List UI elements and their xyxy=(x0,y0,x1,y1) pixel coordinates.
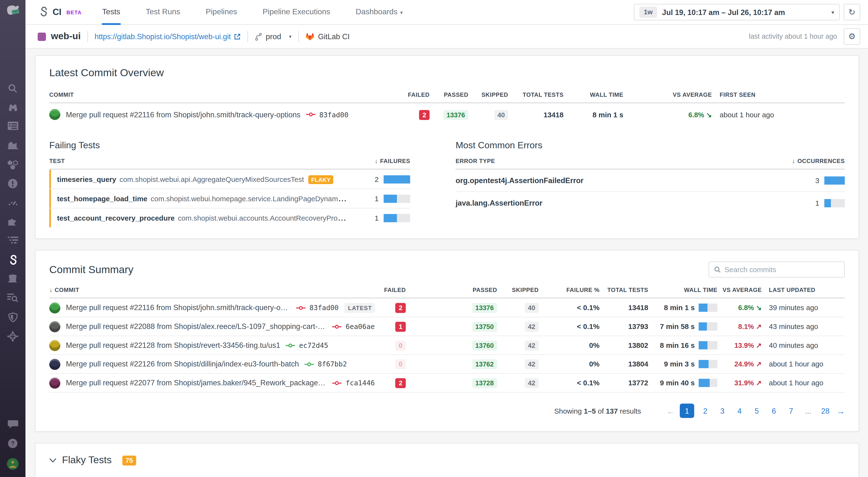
repo-url-link[interactable]: https://gitlab.Shopist.io/Shopist/web-ui… xyxy=(94,32,241,41)
failing-test-row[interactable]: timeseries_querycom.shopist.webui.api.Ag… xyxy=(49,170,410,189)
page-button[interactable]: 1 xyxy=(680,404,694,418)
integrations-puzzle-icon[interactable] xyxy=(0,217,25,226)
error-type[interactable]: org.opentest4j.AssertionFailedError xyxy=(456,176,767,184)
metrics-icon[interactable] xyxy=(0,140,25,149)
help-icon[interactable]: ? xyxy=(0,439,25,448)
col-last-updated[interactable]: LAST UPDATED xyxy=(762,286,845,293)
network-icon[interactable] xyxy=(0,331,25,342)
tab-test-runs[interactable]: Test Runs xyxy=(145,0,181,25)
latest-commit-row[interactable]: Merge pull request #22116 from Shopist/j… xyxy=(49,103,845,127)
log-explorer-icon[interactable] xyxy=(0,293,25,302)
commit-hash[interactable]: 83fad00 xyxy=(319,110,348,118)
col-commit[interactable]: ↓COMMIT xyxy=(49,286,375,293)
time-preset-chip[interactable]: 1w xyxy=(640,6,657,18)
tab-tests[interactable]: Tests xyxy=(102,0,121,25)
gitlab-icon xyxy=(305,32,314,41)
commit-row[interactable]: Merge pull request #22128 from Shopist/r… xyxy=(49,336,845,355)
monitors-alert-icon[interactable] xyxy=(0,178,25,189)
commit-message[interactable]: Merge pull request #22126 from Shopist/d… xyxy=(66,360,299,368)
page-button[interactable]: 2 xyxy=(699,404,711,417)
error-row[interactable]: java.lang.AssertionError 1 xyxy=(456,192,845,214)
occurrences-count: 1 xyxy=(815,199,819,207)
commit-message[interactable]: Merge pull request #22116 from Shopist/j… xyxy=(66,110,300,118)
page-button[interactable]: 7 xyxy=(785,404,797,417)
col-failed[interactable]: FAILED xyxy=(375,286,406,293)
notebooks-icon[interactable] xyxy=(0,274,25,283)
commit-row[interactable]: Merge pull request #22088 from Shopist/a… xyxy=(49,317,845,336)
skipped-badge: 42 xyxy=(525,322,538,332)
page-button[interactable]: 4 xyxy=(734,404,746,417)
logs-filter-icon[interactable] xyxy=(0,236,25,244)
col-test: TEST xyxy=(49,158,348,164)
refresh-button[interactable]: ↻ xyxy=(843,4,860,21)
page-button[interactable]: 5 xyxy=(750,404,763,417)
failing-test-row[interactable]: test_homepage_load_timecom.shopist.webui… xyxy=(49,189,410,208)
last-updated-value: 43 minutes ago xyxy=(762,322,845,331)
test-name[interactable]: test_account_recovery_procedure xyxy=(57,214,175,222)
page-button[interactable]: 28 xyxy=(819,404,831,417)
commit-hash[interactable]: 83fad00 xyxy=(310,304,339,312)
commit-row[interactable]: Merge pull request #22077 from Shopist/j… xyxy=(49,374,845,393)
failed-badge: 2 xyxy=(396,378,406,388)
test-suite: com.shopist.webui.homepage.service.Landi… xyxy=(151,195,344,203)
commit-row[interactable]: Merge pull request #22116 from Shopist/j… xyxy=(49,299,845,317)
page-button[interactable]: 6 xyxy=(768,404,780,417)
search-icon[interactable] xyxy=(0,83,25,93)
prev-page-button[interactable]: ← xyxy=(666,406,675,415)
test-name[interactable]: timeseries_query xyxy=(57,175,116,183)
flaky-tests-toggle[interactable]: Flaky Tests 75 xyxy=(49,454,845,466)
synthetics-gauge-icon[interactable] xyxy=(0,198,25,206)
dashboards-icon[interactable] xyxy=(0,122,25,130)
tab-dashboards[interactable]: Dashboards▾ xyxy=(355,0,403,25)
svg-text:?: ? xyxy=(11,440,14,447)
col-passed[interactable]: PASSED xyxy=(406,286,497,293)
commit-hash[interactable]: 6ea06ae xyxy=(346,322,375,331)
page-button[interactable]: 3 xyxy=(716,404,728,417)
test-name[interactable]: test_homepage_load_time xyxy=(57,195,147,203)
flaky-badge: FLAKY xyxy=(308,175,333,184)
settings-button[interactable]: ⚙ xyxy=(843,28,860,45)
last-updated-value: about 1 hour ago xyxy=(762,360,845,368)
time-range-picker[interactable]: 1w Jul 19, 10:17 am – Jul 26, 10:17 am ▾ xyxy=(634,4,840,21)
commit-message[interactable]: Merge pull request #22077 from Shopist/j… xyxy=(66,379,327,387)
security-shield-icon[interactable] xyxy=(0,312,25,322)
tab-pipelines[interactable]: Pipelines xyxy=(205,0,238,25)
col-wall-time[interactable]: WALL TIME xyxy=(648,286,718,293)
col-vs-average[interactable]: VS AVERAGE xyxy=(717,286,762,293)
ci-icon[interactable] xyxy=(0,255,25,266)
error-type[interactable]: java.lang.AssertionError xyxy=(456,199,767,207)
commit-message[interactable]: Merge pull request #22128 from Shopist/r… xyxy=(66,341,280,349)
failing-test-row[interactable]: test_account_recovery_procedurecom.shopi… xyxy=(49,208,410,227)
watchdog-icon[interactable] xyxy=(0,102,25,112)
col-failure-pct[interactable]: FAILURE % xyxy=(538,286,599,293)
time-range-label: Jul 19, 10:17 am – Jul 26, 10:17 am xyxy=(662,8,785,16)
passed-badge: 13750 xyxy=(472,322,497,332)
branch-selector[interactable]: prod ▾ xyxy=(254,32,291,41)
last-updated-value: 39 minutes ago xyxy=(762,304,845,312)
commit-hash[interactable]: 8f67bb2 xyxy=(318,360,347,368)
wall-time-bar xyxy=(699,322,718,331)
col-total-tests[interactable]: TOTAL TESTS xyxy=(599,286,648,293)
passed-badge: 13760 xyxy=(472,341,497,350)
commit-summary-card: Commit Summary ↓COMMIT FAILED PASSED SKI… xyxy=(35,250,859,432)
tab-pipeline-executions[interactable]: Pipeline Executions xyxy=(262,0,331,25)
commit-message[interactable]: Merge pull request #22116 from Shopist/j… xyxy=(66,304,290,312)
user-avatar[interactable] xyxy=(0,458,25,470)
gear-icon: ⚙ xyxy=(848,31,856,41)
latest-commit-overview-card: Latest Commit Overview COMMIT FAILED PAS… xyxy=(35,56,859,239)
col-skipped[interactable]: SKIPPED xyxy=(497,286,538,293)
flaky-tests-card: Flaky Tests 75 xyxy=(35,443,859,477)
commit-message[interactable]: Merge pull request #22088 from Shopist/a… xyxy=(66,322,327,331)
chat-icon[interactable] xyxy=(0,420,25,429)
failure-pct-value: 0% xyxy=(538,341,599,349)
commit-row[interactable]: Merge pull request #22126 from Shopist/d… xyxy=(49,355,845,374)
next-page-button[interactable]: → xyxy=(837,406,845,415)
datadog-logo-icon[interactable] xyxy=(0,4,25,18)
infrastructure-icon[interactable] xyxy=(0,160,25,170)
commit-hash[interactable]: ec72d45 xyxy=(299,341,328,349)
col-occurrences[interactable]: ↓OCCURRENCES xyxy=(767,158,845,164)
col-failures[interactable]: ↓FAILURES xyxy=(348,158,410,164)
error-row[interactable]: org.opentest4j.AssertionFailedError 3 xyxy=(456,170,845,192)
search-commits-input[interactable] xyxy=(724,265,839,274)
commit-hash[interactable]: fca1446 xyxy=(346,379,375,387)
